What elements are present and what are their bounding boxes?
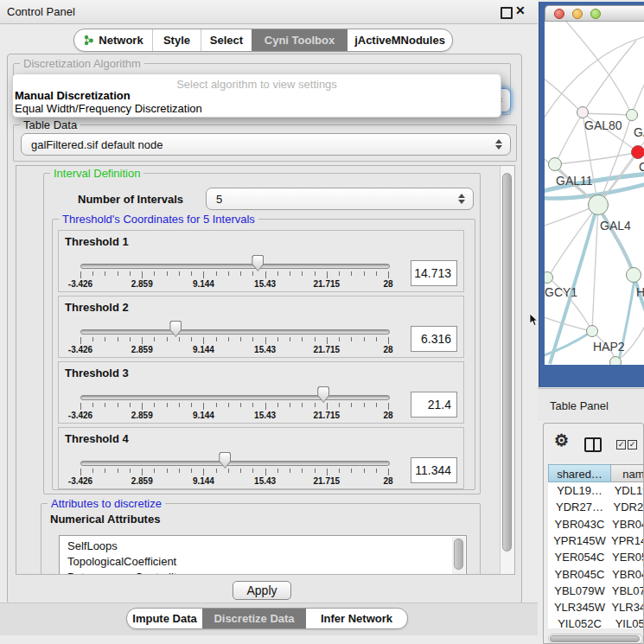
cell-shared-name[interactable]: YBL079W <box>548 583 611 599</box>
algorithm-option[interactable]: Equal Width/Frequency Discretization <box>15 102 202 115</box>
checkbox-icon[interactable]: ✓ <box>616 440 626 450</box>
network-node[interactable] <box>626 267 641 283</box>
cell-shared-name[interactable]: YLR345W <box>548 599 611 615</box>
cell-shared-name[interactable]: YER054C <box>548 549 611 565</box>
table-row[interactable]: YPR145WYPR145W <box>548 532 644 549</box>
threshold-value-field[interactable] <box>411 326 457 352</box>
close-icon[interactable]: ✕ <box>515 3 526 17</box>
slider-knob[interactable] <box>219 452 231 469</box>
control-panel-title: Control Panel <box>7 5 75 18</box>
cell-shared-name[interactable]: YBR045C <box>548 566 611 583</box>
slider-knob-face <box>252 256 263 271</box>
column-settings-icon[interactable] <box>584 437 602 452</box>
threshold-label: Threshold 1 <box>65 235 129 248</box>
zoom-traffic-light-icon[interactable] <box>590 9 601 19</box>
table-scrollbar-thumb[interactable] <box>550 635 640 642</box>
tick-label: -3.426 <box>68 345 92 354</box>
table-row[interactable]: YLR345WYLR345W <box>548 599 644 615</box>
threshold-value-field[interactable] <box>411 457 457 483</box>
cell-shared-name[interactable]: YBR043C <box>548 516 611 532</box>
slider-track[interactable] <box>80 395 390 400</box>
threshold-value-field[interactable] <box>411 260 457 286</box>
tab-jactivemnodules[interactable]: jActiveMNodules <box>347 29 452 51</box>
network-node[interactable] <box>577 106 589 118</box>
slider-knob[interactable] <box>169 321 182 337</box>
network-node-label: GAL4 <box>600 219 631 233</box>
table-horizontal-scrollbar[interactable] <box>548 634 643 644</box>
slider-knob[interactable] <box>317 386 329 403</box>
cell-name[interactable]: YPR145W <box>611 532 644 549</box>
checkbox-icon[interactable]: ✓ <box>628 440 637 450</box>
tab-select[interactable]: Select <box>201 29 252 51</box>
network-canvas[interactable]: GAL80GAL7CGAL11GAL4GCY1HHAP2 <box>545 22 644 365</box>
gear-icon[interactable]: ⚙ <box>554 430 569 450</box>
attribute-items: SelfLoopsTopologicalCoefficientBetweenne… <box>60 536 466 575</box>
table-row[interactable]: YBL079WYBL079W <box>548 583 644 599</box>
attributes-list-scrollbar[interactable] <box>452 537 465 575</box>
table-row[interactable]: YIL052CYIL052C <box>548 615 644 628</box>
table-row[interactable]: YBR043CYBR043C <box>548 516 644 532</box>
network-node[interactable] <box>626 109 638 121</box>
cell-name[interactable]: YBR043C <box>611 516 644 532</box>
cell-shared-name[interactable]: YDR27… <box>548 499 611 515</box>
network-node[interactable] <box>631 145 644 159</box>
cell-shared-name[interactable]: YDL19… <box>548 482 611 499</box>
table-row[interactable]: YER054CYER054C <box>548 549 644 565</box>
table-panel-titlebar: Table Panel <box>538 388 644 421</box>
tick-label: 15.43 <box>254 279 276 289</box>
column-header-name[interactable]: name <box>611 464 644 482</box>
network-node[interactable] <box>586 325 598 337</box>
network-node[interactable] <box>609 356 622 365</box>
table-data-select[interactable]: galFiltered.sif default node <box>21 133 511 156</box>
slider-track[interactable] <box>80 461 390 466</box>
cell-name[interactable]: YDR27… <box>611 499 644 515</box>
tab-impute-data[interactable]: Impute Data <box>127 609 202 628</box>
cell-name[interactable]: YBR045C <box>611 566 644 583</box>
close-traffic-light-icon[interactable] <box>554 9 564 19</box>
tab-discretize-data[interactable]: Discretize Data <box>202 609 305 628</box>
settings-scrollbar-thumb[interactable] <box>502 173 512 552</box>
table-row[interactable]: YBR045CYBR045C <box>548 566 644 583</box>
network-node-label: GAL11 <box>556 174 593 188</box>
thresholds-group-title: Threshold's Coordinates for 5 Intervals <box>59 213 258 226</box>
attribute-item[interactable]: TopologicalCoefficient <box>60 554 466 570</box>
attribute-item[interactable]: SelfLoops <box>60 539 466 554</box>
table-row[interactable]: YDL19…YDL19… <box>548 482 644 499</box>
minimize-traffic-light-icon[interactable] <box>572 9 583 19</box>
cell-name[interactable]: YIL052C <box>611 615 644 628</box>
table-data-value: galFiltered.sif default node <box>31 138 163 151</box>
cell-shared-name[interactable]: YIL052C <box>548 615 611 628</box>
slider-knob[interactable] <box>252 255 264 271</box>
float-window-icon[interactable] <box>501 7 513 19</box>
column-header-shared-name[interactable]: shared… <box>548 464 611 482</box>
tab-style[interactable]: Style <box>152 29 201 51</box>
tab-label: jActiveMNodules <box>354 30 445 50</box>
tick-label: 2.859 <box>131 476 153 486</box>
settings-scrollbar[interactable] <box>500 166 514 574</box>
cell-name[interactable]: YER054C <box>611 549 644 565</box>
apply-button[interactable]: Apply <box>233 581 291 600</box>
algorithm-option[interactable]: Manual Discretization <box>15 89 131 102</box>
tick-label: 21.715 <box>314 411 341 420</box>
table-panel: ⚙ ✓ ✓ shared… name YDL19…YDL19…YDR27…YDR… <box>543 423 644 644</box>
network-node[interactable] <box>588 194 609 215</box>
cell-name[interactable]: YLR345W <box>611 599 644 615</box>
tab-label: Style <box>163 30 190 50</box>
numerical-attributes-list[interactable]: SelfLoopsTopologicalCoefficientBetweenne… <box>59 535 467 575</box>
number-of-intervals-select[interactable]: 5 <box>206 188 474 210</box>
slider-track[interactable] <box>80 329 390 335</box>
cyni-toolbox-panel: Discretization Algorithm Table Data galF… <box>7 54 522 604</box>
tab-network[interactable]: Network <box>74 29 152 51</box>
cell-name[interactable]: YDL19… <box>611 482 644 499</box>
cell-name[interactable]: YBL079W <box>611 583 644 599</box>
cell-shared-name[interactable]: YPR145W <box>548 532 611 549</box>
tab-cyni-toolbox[interactable]: Cyni Toolbox <box>252 29 347 51</box>
screen: Control Panel ✕ NetworkStyleSelectCyni T… <box>0 0 644 644</box>
threshold-value-field[interactable] <box>411 392 457 418</box>
slider-track[interactable] <box>80 264 390 269</box>
attribute-item[interactable]: BetweennessCentrality <box>60 570 466 575</box>
network-node[interactable] <box>548 157 562 171</box>
table-row[interactable]: YDR27…YDR27… <box>548 499 644 515</box>
tab-infer-network[interactable]: Infer Network <box>305 609 407 628</box>
attributes-list-scrollbar-thumb[interactable] <box>454 539 463 570</box>
